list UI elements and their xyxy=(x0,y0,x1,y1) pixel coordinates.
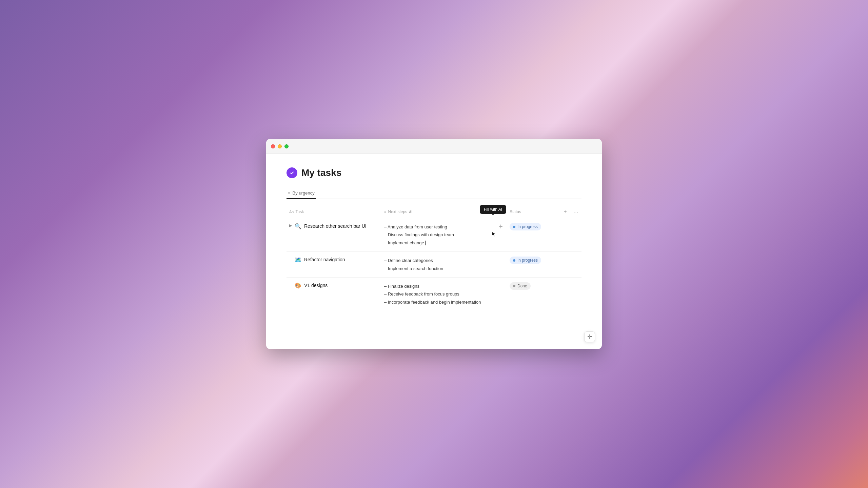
status-cell-1: In progress xyxy=(507,218,561,235)
table-header: Aa Task ≡ Next steps AI Fill with AI Sta… xyxy=(287,206,581,218)
col-task-header: Aa Task xyxy=(287,208,381,216)
task-emoji-3: 🎨 xyxy=(295,282,301,289)
next-step-1-1: – Analyze data from user testing xyxy=(384,223,504,231)
next-step-1-3: – Implement change xyxy=(384,239,504,247)
title-bar xyxy=(266,139,602,154)
main-content: My tasks ≡ By urgency Aa Task ≡ Next ste… xyxy=(266,154,602,331)
col-status-label: Status xyxy=(510,209,521,214)
status-label-2: In progress xyxy=(517,258,538,263)
tab-label: By urgency xyxy=(293,190,315,196)
maximize-button[interactable] xyxy=(284,144,289,148)
svg-point-0 xyxy=(289,170,295,176)
col-nextsteps-icon: ≡ xyxy=(384,210,386,214)
minimize-button[interactable] xyxy=(278,144,282,148)
table-row: ▶ 🔍 Research other search bar UI – Analy… xyxy=(287,218,581,252)
next-steps-cell-3[interactable]: – Finalize designs – Receive feedback fr… xyxy=(381,278,507,311)
col-nextsteps-label: Next steps xyxy=(388,209,407,214)
status-dot-2 xyxy=(513,259,515,262)
next-step-2-2: – Implement a search function xyxy=(384,265,504,272)
status-badge-3[interactable]: Done xyxy=(510,282,531,290)
task-emoji-1: 🔍 xyxy=(295,223,301,229)
status-cell-3: Done xyxy=(507,278,561,294)
next-steps-cell-2[interactable]: – Define clear categories – Implement a … xyxy=(381,252,507,277)
col-task-label: Task xyxy=(295,209,304,214)
status-label-3: Done xyxy=(517,284,527,288)
tab-icon: ≡ xyxy=(288,190,291,196)
page-icon xyxy=(287,167,297,178)
col-nextsteps-header: ≡ Next steps AI Fill with AI xyxy=(381,208,507,216)
tab-by-urgency[interactable]: ≡ By urgency xyxy=(287,188,316,199)
fill-ai-tooltip: Fill with AI xyxy=(480,205,506,214)
next-step-1-2: – Discuss findings with design team xyxy=(384,231,504,239)
text-cursor xyxy=(425,241,426,245)
empty-cell-3 xyxy=(561,278,581,287)
float-action-button[interactable]: ✛ xyxy=(584,331,595,342)
status-badge-2[interactable]: In progress xyxy=(510,257,541,264)
task-name-2[interactable]: Refactor navigation xyxy=(304,257,345,263)
table-row: ▶ 🗺️ Refactor navigation – Define clear … xyxy=(287,252,581,278)
tasks-table: Aa Task ≡ Next steps AI Fill with AI Sta… xyxy=(287,206,581,311)
status-badge-1[interactable]: In progress xyxy=(510,223,541,230)
status-label-1: In progress xyxy=(517,224,538,229)
table-row: ▶ 🎨 V1 designs – Finalize designs – Rece… xyxy=(287,278,581,311)
view-tabs: ≡ By urgency xyxy=(287,188,581,199)
next-step-2-1: – Define clear categories xyxy=(384,257,504,264)
empty-cell-1 xyxy=(561,218,581,228)
task-name-3[interactable]: V1 designs xyxy=(304,282,328,289)
add-column-button[interactable]: + xyxy=(561,208,569,216)
next-steps-cell-1[interactable]: – Analyze data from user testing – Discu… xyxy=(381,218,507,251)
ai-badge: AI xyxy=(409,210,412,214)
task-cell-1: ▶ 🔍 Research other search bar UI xyxy=(287,218,381,235)
task-emoji-2: 🗺️ xyxy=(295,257,301,263)
expand-button-1[interactable]: ▶ xyxy=(289,223,292,228)
col-task-prefix: Aa xyxy=(289,210,294,214)
more-options-button[interactable]: ··· xyxy=(572,208,580,216)
sparkle-icon[interactable] xyxy=(497,223,504,230)
status-dot-1 xyxy=(513,226,515,228)
task-name-1[interactable]: Research other search bar UI xyxy=(304,223,367,230)
close-button[interactable] xyxy=(271,144,275,148)
status-cell-2: In progress xyxy=(507,252,561,269)
next-step-3-2: – Receive feedback from focus groups xyxy=(384,290,504,298)
col-header-actions: + ··· xyxy=(561,208,581,216)
task-cell-2: ▶ 🗺️ Refactor navigation xyxy=(287,252,381,268)
app-window: My tasks ≡ By urgency Aa Task ≡ Next ste… xyxy=(266,139,602,349)
empty-cell-2 xyxy=(561,252,581,261)
task-cell-3: ▶ 🎨 V1 designs xyxy=(287,278,381,294)
col-status-header: Status xyxy=(507,208,561,216)
page-title: My tasks xyxy=(301,167,341,178)
page-title-row: My tasks xyxy=(287,167,581,178)
float-action-icon: ✛ xyxy=(587,333,592,341)
status-dot-3 xyxy=(513,285,515,287)
next-step-3-3: – Incorporate feedback and begin impleme… xyxy=(384,298,504,306)
next-step-3-1: – Finalize designs xyxy=(384,282,504,290)
